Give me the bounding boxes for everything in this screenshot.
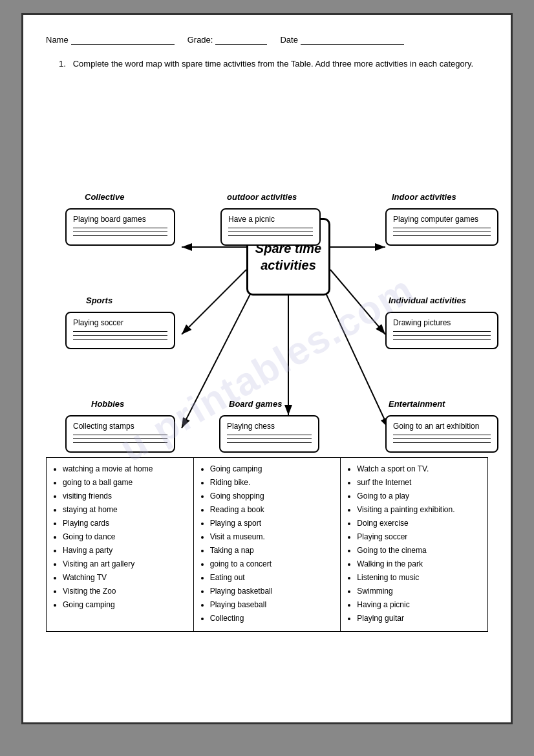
list-item: Watch a sport on TV.: [357, 463, 481, 475]
cat-line-indoor-2[interactable]: [393, 235, 491, 236]
cat-box-sports: Playing soccer: [65, 312, 175, 349]
cat-label-indoor: Indoor activities: [392, 192, 456, 202]
list-item: Visiting a painting exhibition.: [357, 504, 481, 515]
cat-box-hobbies: Collecting stamps: [65, 415, 175, 453]
cat-item-collective: Playing board games: [73, 215, 167, 224]
cat-box-collective: Playing board games: [65, 208, 175, 246]
list-item: Visiting an art gallery: [63, 558, 187, 570]
activity-table: watching a movie at homegoing to a ball …: [46, 457, 488, 632]
cat-line-entertainment-1[interactable]: [393, 438, 491, 439]
header: Name Grade: Date: [46, 34, 488, 45]
list-item: Eating out: [210, 572, 334, 583]
col3-list: Watch a sport on TV.surf the InternetGoi…: [347, 463, 481, 624]
svg-line-5: [182, 270, 246, 334]
cat-item-entertainment: Going to an art exhibition: [393, 422, 491, 431]
cat-item-indoor: Playing computer games: [393, 215, 491, 224]
list-item: Swimming: [357, 585, 481, 597]
list-item: Taking a nap: [210, 545, 334, 556]
list-item: Going to dance: [63, 531, 187, 543]
list-item: Having a party: [63, 545, 187, 556]
name-underline[interactable]: [71, 34, 175, 45]
word-map: Spare time activities CollectivePlaying …: [46, 82, 488, 451]
cat-line-hobbies-2[interactable]: [73, 442, 167, 443]
cat-line-outdoor-2[interactable]: [228, 235, 313, 236]
cat-line-indoor-0[interactable]: [393, 228, 491, 228]
list-item: visiting friends: [63, 490, 187, 502]
list-item: Doing exercise: [357, 517, 481, 529]
list-item: Riding bike.: [210, 477, 334, 488]
list-item: Playing soccer: [357, 531, 481, 543]
cat-line-collective-2[interactable]: [73, 235, 167, 236]
cat-label-board_games: Board games: [229, 399, 282, 409]
cat-line-board_games-0[interactable]: [227, 435, 312, 435]
instruction-number: 1.: [59, 59, 66, 69]
list-item: Watching TV: [63, 572, 187, 583]
cat-line-sports-2[interactable]: [73, 339, 167, 340]
list-item: Going to a play: [357, 490, 481, 502]
list-item: Having a picnic: [357, 599, 481, 610]
grade-underline[interactable]: [215, 34, 267, 45]
cat-item-individual: Drawing pictures: [393, 318, 491, 327]
cat-box-individual: Drawing pictures: [385, 312, 498, 349]
list-item: Walking in the park: [357, 558, 481, 570]
list-item: Collecting: [210, 612, 334, 624]
svg-line-6: [330, 270, 385, 334]
cat-line-hobbies-0[interactable]: [73, 435, 167, 435]
list-item: Visit a museum.: [210, 531, 334, 543]
cat-line-collective-1[interactable]: [73, 232, 167, 232]
page: Name Grade: Date 1. Complete the word ma…: [21, 13, 513, 724]
cat-label-outdoor: outdoor activities: [227, 192, 297, 202]
cat-label-sports: Sports: [86, 296, 112, 305]
cat-line-entertainment-0[interactable]: [393, 435, 491, 435]
cat-box-board_games: Playing chess: [219, 415, 319, 453]
svg-line-9: [324, 289, 389, 428]
list-item: Going camping: [210, 463, 334, 475]
list-item: Reading a book: [210, 504, 334, 515]
cat-line-individual-1[interactable]: [393, 335, 491, 336]
cat-item-sports: Playing soccer: [73, 318, 167, 327]
date-label: Date: [280, 35, 297, 45]
cat-label-entertainment: Entertainment: [389, 399, 445, 409]
name-label: Name: [46, 35, 69, 45]
date-field: Date: [280, 34, 403, 45]
table-row: watching a movie at homegoing to a ball …: [47, 457, 488, 631]
list-item: Listening to music: [357, 572, 481, 583]
cat-line-outdoor-0[interactable]: [228, 228, 313, 228]
table-col1: watching a movie at homegoing to a ball …: [47, 457, 194, 631]
date-underline[interactable]: [301, 34, 404, 45]
cat-line-individual-0[interactable]: [393, 331, 491, 332]
cat-line-individual-2[interactable]: [393, 339, 491, 340]
list-item: Going camping: [63, 599, 187, 610]
table-col2: Going campingRiding bike.Going shoppingR…: [193, 457, 341, 631]
list-item: watching a movie at home: [63, 463, 187, 475]
list-item: going to a concert: [210, 558, 334, 570]
cat-label-collective: Collective: [85, 192, 124, 202]
instructions: 1. Complete the word map with spare time…: [46, 58, 488, 70]
cat-line-outdoor-1[interactable]: [228, 232, 313, 232]
cat-item-outdoor: Have a picnic: [228, 215, 313, 224]
table-col3: Watch a sport on TV.surf the InternetGoi…: [341, 457, 488, 631]
grade-field: Grade:: [187, 34, 268, 45]
col2-list: Going campingRiding bike.Going shoppingR…: [200, 463, 334, 624]
cat-box-outdoor: Have a picnic: [220, 208, 321, 246]
cat-label-hobbies: Hobbies: [91, 399, 124, 409]
cat-line-hobbies-1[interactable]: [73, 438, 167, 439]
cat-line-sports-0[interactable]: [73, 331, 167, 332]
list-item: Playing cards: [63, 517, 187, 529]
cat-line-sports-1[interactable]: [73, 335, 167, 336]
list-item: Going to the cinema: [357, 545, 481, 556]
cat-line-entertainment-2[interactable]: [393, 442, 491, 443]
cat-line-collective-0[interactable]: [73, 228, 167, 228]
cat-box-entertainment: Going to an art exhibition: [385, 415, 498, 453]
list-item: Playing guitar: [357, 612, 481, 624]
cat-item-hobbies: Collecting stamps: [73, 422, 167, 431]
cat-line-board_games-1[interactable]: [227, 438, 312, 439]
cat-box-indoor: Playing computer games: [385, 208, 498, 246]
col1-list: watching a movie at homegoing to a ball …: [53, 463, 187, 610]
list-item: Playing baseball: [210, 599, 334, 610]
grade-label: Grade:: [187, 35, 213, 45]
list-item: surf the Internet: [357, 477, 481, 488]
cat-line-board_games-2[interactable]: [227, 442, 312, 443]
list-item: Visiting the Zoo: [63, 585, 187, 597]
cat-line-indoor-1[interactable]: [393, 232, 491, 232]
